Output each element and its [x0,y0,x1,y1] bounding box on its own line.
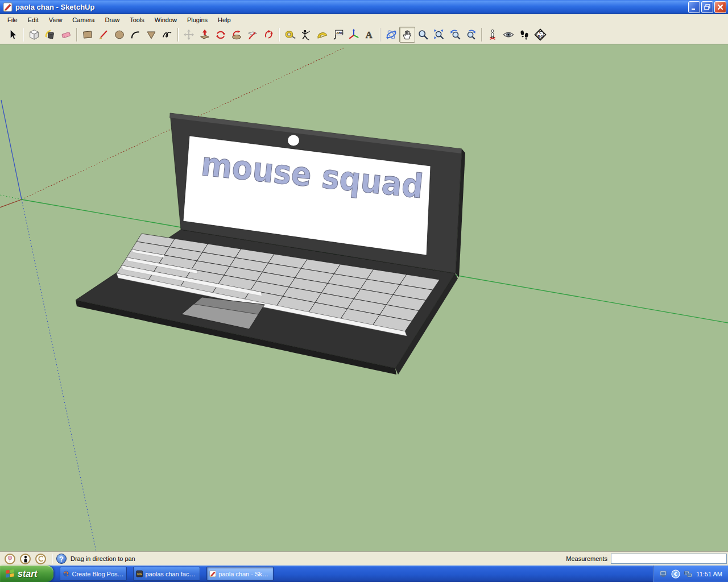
look-around-eye-icon [502,28,515,41]
restore-button[interactable] [701,1,713,13]
credits-status-icon[interactable] [35,554,46,564]
rotate-spin-plugin-button[interactable]: C R-S [532,27,548,43]
menu-help[interactable]: Help [213,15,236,24]
rectangle-tool-button[interactable] [80,27,96,43]
show-hidden-icons-chevron[interactable] [671,569,680,579]
orbit-tool-button[interactable] [383,27,399,43]
zoom-icon [417,28,429,41]
task-label: paola chan - SketchUp [218,571,271,577]
circle-icon [113,28,126,41]
polygon-tool-button[interactable] [143,27,159,43]
eraser-button[interactable] [58,27,74,43]
pan-hand-icon [401,28,413,41]
move-tool-button[interactable] [181,27,197,43]
window-title: paola chan - SketchUp [15,3,687,11]
rotate-icon [214,28,227,41]
zoom-previous-icon [449,28,461,41]
toolbar-divider [23,28,24,41]
zoom-window-icon [433,28,445,41]
taskbar-item-3ds-file[interactable]: 3ds paolas chan face.ma... [133,567,200,581]
svg-text:ABC: ABC [336,31,343,35]
system-tray: 11:51 AM [653,566,728,582]
scale-tool-button[interactable] [245,27,260,43]
attribution-status-icon[interactable] [20,554,31,564]
look-around-button[interactable] [500,27,516,43]
task-label: Create Blog Post | M... [72,571,124,577]
network-tray-icon[interactable] [684,569,693,579]
eraser-icon [60,28,72,41]
toolbar-divider [380,28,381,41]
protractor-icon [316,28,328,41]
paint-bucket-button[interactable] [42,27,58,43]
svg-text:A: A [366,30,373,40]
3d-text-button[interactable]: A [362,27,378,43]
help-icon[interactable]: ? [56,554,67,564]
freehand-tool-button[interactable] [159,27,175,43]
pan-tool-button[interactable] [399,27,415,43]
offset-icon [262,28,275,41]
orbit-icon [385,28,398,41]
geolocation-status-icon[interactable] [5,554,15,564]
sketchup-app-icon [3,2,13,12]
zoom-next-icon [465,28,477,41]
menu-plugins[interactable]: Plugins [182,15,213,24]
minimize-button[interactable] [688,1,700,13]
push-pull-button[interactable] [197,27,213,43]
taskbar-item-browser[interactable]: Create Blog Post | M... [60,567,127,581]
rectangle-icon [81,28,94,41]
position-camera-button[interactable] [485,27,500,43]
3d-text-icon: A [363,28,376,41]
pencil-icon [97,28,110,41]
display-tray-icon[interactable] [659,569,668,578]
toolbar-divider [279,28,280,41]
text-tool-button[interactable]: ABC [330,27,346,43]
toolbar: ABC A [0,26,728,44]
circle-tool-button[interactable] [111,27,127,43]
svg-text:3ds: 3ds [137,572,142,576]
arc-tool-button[interactable] [127,27,143,43]
zoom-window-button[interactable] [431,27,447,43]
menu-view[interactable]: View [44,15,68,24]
zoom-tool-button[interactable] [415,27,431,43]
menu-edit[interactable]: Edit [23,15,44,24]
follow-me-button[interactable] [229,27,245,43]
measurements-input[interactable] [611,554,727,564]
toolbar-divider [481,28,482,41]
menu-tools[interactable]: Tools [125,15,150,24]
arc-icon [129,28,142,41]
select-tool-button[interactable] [5,27,20,43]
walk-footprints-icon [518,28,531,41]
menu-bar: File Edit View Camera Draw Tools Window … [0,14,728,26]
menu-draw[interactable]: Draw [100,15,125,24]
walk-tool-button[interactable] [516,27,532,43]
menu-window[interactable]: Window [150,15,182,24]
menu-file[interactable]: File [2,15,23,24]
scene-canvas[interactable]: mouse squad [0,44,728,551]
dimension-tool-button[interactable] [298,27,314,43]
toolbar-divider [76,28,77,41]
statusbar-divider [52,554,53,564]
zoom-next-button[interactable] [463,27,479,43]
polygon-icon [145,28,158,41]
start-button[interactable]: start [0,566,53,582]
make-component-button[interactable] [26,27,42,43]
modeling-viewport[interactable]: mouse squad [0,44,728,551]
offset-tool-button[interactable] [260,27,276,43]
protractor-button[interactable] [314,27,330,43]
title-bar: paola chan - SketchUp [0,0,728,14]
taskbar-item-sketchup[interactable]: paola chan - SketchUp [206,567,274,581]
move-arrows-icon [183,28,195,41]
webcam-dot [288,135,299,146]
line-tool-button[interactable] [96,27,111,43]
tape-measure-button[interactable] [282,27,298,43]
laptop-model[interactable]: mouse squad [76,113,465,375]
axes-tool-button[interactable] [346,27,362,43]
rotate-tool-button[interactable] [213,27,229,43]
measurements-label: Measurements [566,555,607,562]
scale-icon [246,28,259,41]
position-camera-icon [486,28,499,41]
start-label: start [18,569,38,579]
menu-camera[interactable]: Camera [67,15,100,24]
close-button[interactable] [714,1,726,13]
zoom-previous-button[interactable] [447,27,463,43]
